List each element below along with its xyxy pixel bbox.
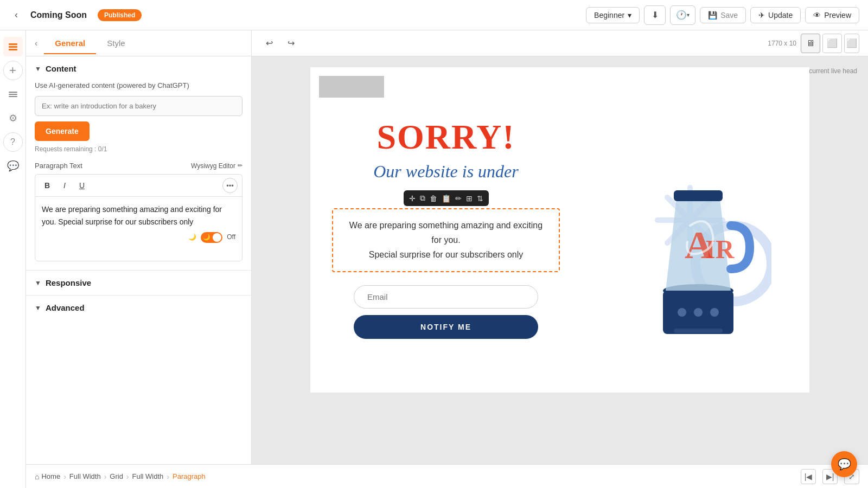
rail-list-icon[interactable] (3, 85, 23, 104)
element-toolbar: ✛ ⧉ 🗑 📋 ✏ ⊞ ⇅ (404, 190, 489, 206)
content-section-header[interactable]: ▼ Content (26, 56, 251, 81)
text-block[interactable]: We are preparing something amazing and e… (332, 208, 560, 272)
canvas-size: 1770 x 10 (768, 40, 796, 47)
svg-rect-18 (674, 190, 723, 201)
svg-rect-3 (9, 92, 17, 93)
page-preview: SORRY! Our website is under ✛ ⧉ 🗑 📋 ✏ ⊞ … (310, 67, 809, 393)
toggle-off-label: Off (227, 232, 235, 242)
beginner-chevron-icon: ▾ (628, 11, 631, 20)
underline-button[interactable]: U (74, 178, 90, 193)
page-body: SORRY! Our website is under ✛ ⧉ 🗑 📋 ✏ ⊞ … (310, 106, 809, 377)
tab-style[interactable]: Style (96, 32, 136, 54)
ai-description: Use AI-generated content (powered by Cha… (35, 81, 242, 91)
rail-comment-icon[interactable]: 💬 (3, 156, 23, 176)
history-chevron-icon: ▾ (687, 12, 690, 18)
more-toolbar-button[interactable]: ••• (222, 178, 238, 193)
beginner-dropdown[interactable]: Beginner ▾ (586, 7, 640, 23)
responsive-section: ▼ Responsive (26, 270, 251, 295)
save-icon: 💾 (708, 11, 717, 20)
top-bar-actions: Beginner ▾ ⬇ 🕐 ▾ 💾 Save ✈ Update 👁 Previ… (586, 5, 859, 25)
back-button[interactable]: ‹ (9, 8, 24, 23)
rail-layers-icon[interactable] (3, 37, 23, 56)
duplicate-tool[interactable]: ⧉ (420, 194, 425, 203)
ai-prompt-input[interactable] (35, 96, 242, 116)
view-mode-buttons: 🖥 ⬜ ⬜ (801, 34, 859, 53)
move-tool[interactable]: ✛ (409, 194, 416, 203)
save-button[interactable]: 💾 Save (700, 7, 746, 23)
tablet-view-button[interactable]: ⬜ (822, 34, 842, 53)
paragraph-label-row: Paragraph Text Wysiwyg Editor ✏ (35, 162, 242, 170)
editor-body[interactable]: We are preparing something amazing and e… (35, 196, 242, 261)
panel-header: ‹ General Style (26, 30, 251, 56)
panel-content: ▼ Content Use AI-generated content (powe… (26, 56, 251, 488)
content-section-body: Use AI-generated content (powered by Cha… (26, 81, 251, 270)
editor-content: We are preparing something amazing and e… (42, 205, 222, 226)
delete-tool[interactable]: 🗑 (430, 194, 437, 203)
advanced-title: Advanced (46, 303, 85, 312)
dark-mode-toggle[interactable]: 🌙 (201, 232, 222, 243)
paragraph-label: Paragraph Text (35, 162, 82, 170)
body-text: We are preparing something amazing and e… (346, 218, 546, 262)
main-layout: + ⚙ ? 💬 ‹ General Style ▼ (0, 30, 868, 488)
requests-remaining: Requests remaining : 0/1 (35, 145, 242, 153)
arrange-tool[interactable]: ⇅ (477, 194, 483, 203)
advanced-section: ▼ Advanced (26, 295, 251, 320)
chat-widget[interactable]: 💬 (831, 451, 857, 477)
send-icon: ✈ (758, 11, 765, 20)
content-section-arrow: ▼ (35, 65, 41, 73)
notify-me-button[interactable]: NOTIFY ME (354, 315, 538, 339)
svg-rect-17 (674, 329, 723, 333)
generate-button[interactable]: Generate (35, 121, 90, 141)
download-button[interactable]: ⬇ (644, 5, 666, 25)
responsive-section-header[interactable]: ▼ Responsive (26, 271, 251, 295)
blender-svg: A IR (620, 139, 771, 345)
canvas-content: SORRY! Our website is under ✛ ⧉ 🗑 📋 ✏ ⊞ … (252, 56, 868, 403)
edit-icon: ✏ (238, 162, 242, 169)
more-tool[interactable]: ⊞ (466, 194, 473, 203)
toggle-label: 🌙 (188, 232, 196, 242)
edit-tool[interactable]: ✏ (455, 194, 462, 203)
copy-tool[interactable]: 📋 (442, 194, 451, 203)
preview-button[interactable]: 👁 Preview (805, 7, 859, 23)
tab-general[interactable]: General (44, 32, 96, 54)
email-input[interactable] (354, 285, 538, 309)
advanced-arrow: ▼ (35, 304, 41, 312)
left-panel: ‹ General Style ▼ Content Use AI-generat… (26, 30, 252, 488)
svg-point-14 (678, 308, 686, 317)
moon-icon: 🌙 (203, 233, 210, 242)
undo-button[interactable]: ↩ (260, 35, 278, 52)
canvas-wrapper: this is just a mockup from your current … (252, 56, 868, 488)
update-label: Update (768, 11, 793, 20)
rail-add-icon[interactable]: + (3, 61, 23, 80)
update-button[interactable]: ✈ Update (750, 7, 801, 23)
italic-button[interactable]: I (57, 178, 72, 193)
prev-nav-button[interactable]: |◀ (801, 469, 816, 484)
svg-rect-0 (9, 43, 17, 45)
eye-icon: 👁 (813, 11, 821, 20)
svg-rect-4 (9, 94, 17, 95)
content-section-title: Content (46, 64, 76, 73)
responsive-title: Responsive (46, 278, 91, 287)
svg-rect-5 (9, 96, 17, 97)
responsive-arrow: ▼ (35, 279, 41, 287)
breadcrumb-bar: ⌂ Home › Full Width › Grid › Full Width … (252, 464, 868, 488)
advanced-section-header[interactable]: ▼ Advanced (26, 296, 251, 320)
published-badge: Published (98, 9, 142, 21)
svg-point-15 (694, 308, 703, 317)
mobile-view-button[interactable]: ⬜ (844, 34, 859, 53)
editor-footer: 🌙 🌙 Off (42, 232, 235, 243)
canvas-toolbar: ↩ ↪ 1770 x 10 🖥 ⬜ ⬜ (252, 30, 868, 56)
panel-back-button[interactable]: ‹ (35, 38, 37, 48)
header-placeholder (319, 76, 384, 98)
rail-settings-icon[interactable]: ⚙ (3, 108, 23, 128)
under-construction-title: Our website is under (373, 162, 519, 182)
rail-help-icon[interactable]: ? (3, 132, 23, 152)
bold-button[interactable]: B (40, 178, 55, 193)
redo-button[interactable]: ↪ (282, 35, 299, 52)
history-button[interactable]: 🕐 ▾ (670, 5, 695, 25)
desktop-view-button[interactable]: 🖥 (801, 34, 820, 53)
wysiwyg-editor-link[interactable]: Wysiwyg Editor ✏ (191, 162, 242, 170)
blender-illustration: A IR (582, 106, 809, 377)
canvas-area: ↩ ↪ 1770 x 10 🖥 ⬜ ⬜ this is just a mocku… (252, 30, 868, 488)
page-title: Coming Soon (30, 10, 87, 20)
